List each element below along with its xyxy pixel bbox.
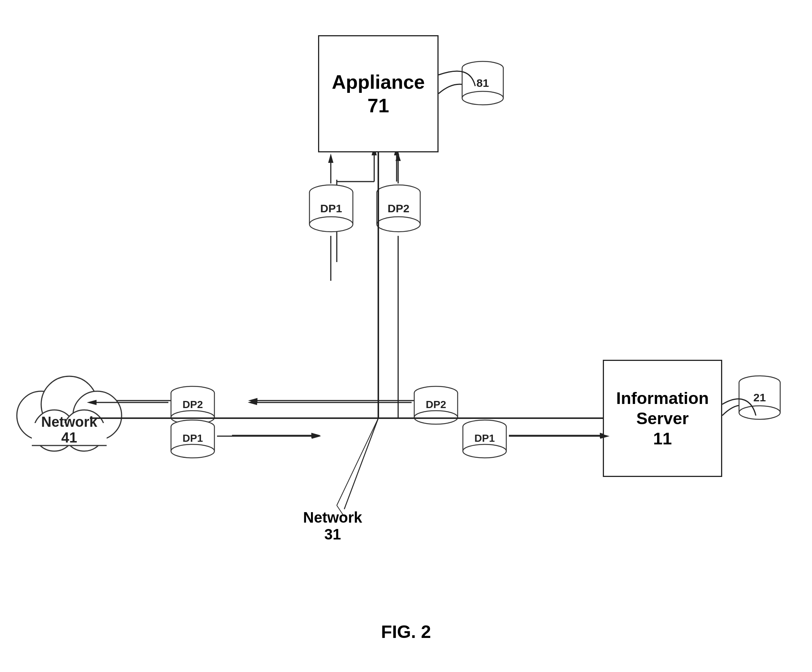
svg-marker-13	[311, 433, 321, 438]
svg-text:81: 81	[476, 77, 489, 89]
diagram: Appliance 71 81 21	[0, 0, 812, 672]
figure-caption: FIG. 2	[381, 621, 431, 642]
svg-text:41: 41	[61, 430, 77, 446]
svg-line-91	[344, 418, 378, 509]
svg-point-34	[309, 217, 353, 232]
svg-point-58	[414, 411, 458, 424]
appliance-box: Appliance 71	[318, 35, 438, 152]
dp2-top: DP2	[374, 183, 423, 236]
svg-point-22	[462, 91, 503, 105]
svg-text:DP1: DP1	[320, 202, 342, 214]
svg-point-52	[171, 445, 215, 458]
info-server-box: Information Server 11	[603, 360, 722, 477]
db-81: 81	[460, 60, 505, 109]
svg-text:DP1: DP1	[474, 433, 495, 444]
db-21: 21	[737, 374, 782, 423]
svg-point-28	[739, 406, 780, 419]
svg-line-16	[337, 418, 378, 505]
svg-marker-78	[396, 153, 401, 161]
info-server-label: Information Server 11	[616, 388, 709, 449]
svg-marker-88	[248, 400, 257, 405]
appliance-label: Appliance 71	[332, 70, 425, 117]
svg-marker-86	[312, 434, 321, 439]
svg-text:DP2: DP2	[426, 399, 446, 410]
svg-text:DP1: DP1	[183, 433, 203, 444]
svg-point-64	[463, 445, 506, 458]
svg-marker-76	[328, 154, 333, 163]
svg-marker-11	[248, 398, 258, 403]
dp2-center: DP2	[412, 386, 460, 427]
svg-text:DP2: DP2	[183, 399, 203, 410]
dp1-center: DP1	[460, 419, 509, 460]
network-31-label: Network 31	[303, 509, 362, 543]
svg-point-40	[377, 217, 420, 232]
dp1-bottom-left: DP1	[168, 419, 217, 460]
svg-text:DP2: DP2	[388, 202, 409, 214]
network-41-cloud: Network 41	[11, 348, 127, 455]
svg-text:Network: Network	[41, 414, 98, 430]
dp1-top: DP1	[307, 183, 355, 236]
svg-text:21: 21	[753, 391, 766, 404]
